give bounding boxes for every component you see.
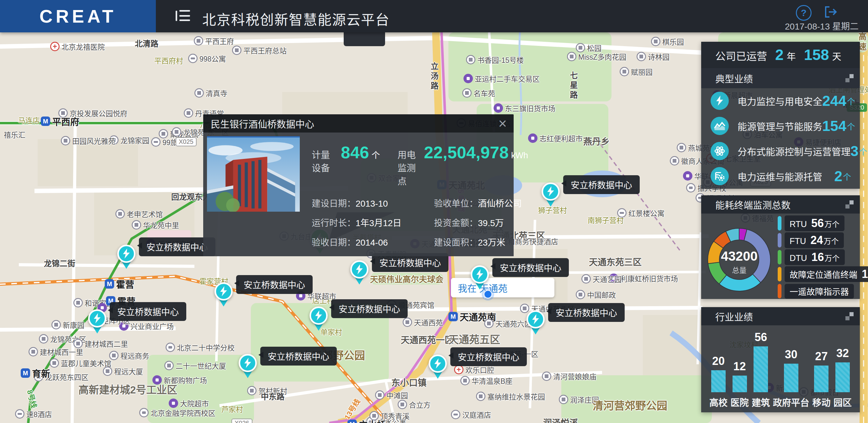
bar-category-label: 政府平台 xyxy=(773,395,809,408)
bar-column: 30政府平台 xyxy=(773,348,809,412)
building-photo xyxy=(207,136,300,212)
achievement-row[interactable]: 分布式能源控制与运营管理3个 xyxy=(701,139,860,164)
stat-label: 计量设备 xyxy=(312,148,335,174)
popup-detail: 建设面积：23万米 xyxy=(434,235,528,248)
achievements-title: 典型业绩 xyxy=(715,71,845,85)
stat-value: 22,504,978 xyxy=(424,143,508,162)
legend-pill: FTU24万个 xyxy=(784,232,844,248)
achievement-label: 能源管理与节能服务 xyxy=(738,119,822,133)
wave-icon xyxy=(711,117,729,135)
operating-years: 2 xyxy=(775,42,784,68)
bar-value: 27 xyxy=(815,350,828,363)
legend-color-bar xyxy=(778,284,781,298)
bar xyxy=(711,370,725,392)
achievement-count-unit: 个 xyxy=(859,145,867,157)
top-header: CREAT 北京科税创新智慧能源云平台 ? 2017-08-13 星期二 xyxy=(0,0,868,32)
bar xyxy=(753,346,768,392)
popup-stat-row: 计量设备846个用电监测点22,504,978kWh xyxy=(312,143,528,187)
bar-column: 56建筑 xyxy=(752,331,770,412)
help-icon[interactable]: ? xyxy=(796,5,811,21)
logout-icon[interactable] xyxy=(823,5,838,19)
logo: CREAT xyxy=(0,0,156,32)
popup-title: 民生银行酒仙桥数据中心 xyxy=(211,116,498,130)
terminal-panel-header: 能耗终端监测总数 xyxy=(701,195,860,214)
expand-icon[interactable] xyxy=(845,74,854,82)
legend-pill: 故障定位通信终端10万个 xyxy=(784,266,868,282)
bolt-icon xyxy=(711,92,729,110)
operating-years-unit: 年 xyxy=(787,44,796,70)
legend-color-bar xyxy=(778,233,781,248)
terminal-panel-title: 能耗终端监测总数 xyxy=(715,198,845,212)
expand-icon[interactable] xyxy=(845,312,854,320)
industry-panel-title: 行业业绩 xyxy=(715,309,845,323)
operating-days-unit: 天 xyxy=(832,44,841,70)
bar-column: 27移动 xyxy=(812,350,830,412)
bar-category-label: 园区 xyxy=(834,395,852,408)
donut-segment xyxy=(744,229,771,283)
achievement-row[interactable]: 电力运维与能源托管2个 xyxy=(701,164,860,189)
achievement-label: 电力运维与能源托管 xyxy=(738,169,834,183)
logo-text: CREAT xyxy=(39,6,116,27)
achievement-row[interactable]: 电力监控与用电安全244个 xyxy=(701,88,860,113)
terminal-panel: 能耗终端监测总数 43200 总量 RTU56万个FTU24万个DTU16万个故… xyxy=(701,195,860,299)
stat-unit: kWh xyxy=(511,151,528,161)
bar-value: 30 xyxy=(785,348,798,361)
legend-color-bar xyxy=(778,267,781,281)
achievement-count: 3 xyxy=(850,143,859,160)
achievement-count: 244 xyxy=(822,92,846,109)
popup-stats: 计量设备846个用电监测点22,504,978kWh 建设日期：2013-10验… xyxy=(300,136,528,248)
stat-value: 846 xyxy=(341,143,369,162)
bar-value: 20 xyxy=(712,355,725,368)
achievement-count-unit: 个 xyxy=(847,120,855,132)
bar-category-label: 建筑 xyxy=(752,395,770,408)
industry-bar-chart: 20高校12医院56建筑30政府平台27移动32园区 xyxy=(701,325,860,412)
bar xyxy=(814,366,829,392)
bar xyxy=(733,375,747,392)
legend-color-bar xyxy=(778,250,781,264)
popup-details: 建设日期：2013-10验收单位：酒仙桥公司运行时长：1年3月12日投资金额：3… xyxy=(312,197,528,248)
legend-row: RTU56万个 xyxy=(778,216,868,230)
company-operating-label: 公司已运营 xyxy=(715,43,767,70)
popup-detail: 验收单位：酒仙桥公司 xyxy=(434,197,528,209)
ops-icon xyxy=(711,167,729,185)
achievement-count-unit: 个 xyxy=(843,171,851,182)
achievement-count: 2 xyxy=(834,168,842,185)
popup-detail: 建设日期：2013-10 xyxy=(312,197,415,209)
donut-chart: 43200 总量 xyxy=(706,226,773,293)
bar xyxy=(835,362,850,392)
achievement-count-unit: 个 xyxy=(847,95,855,107)
bar-column: 32园区 xyxy=(834,347,852,412)
popup-detail: 运行时长：1年3月12日 xyxy=(312,216,415,229)
legend-pill: DTU16万个 xyxy=(784,249,845,265)
popup-stat: 计量设备846个 xyxy=(312,143,380,174)
legend-pill: RTU56万个 xyxy=(784,216,844,231)
bar-category-label: 移动 xyxy=(812,395,830,408)
bar-value: 32 xyxy=(836,347,849,360)
expand-icon[interactable] xyxy=(845,200,854,208)
operating-days: 158 xyxy=(804,42,829,68)
popup-stat: 用电监测点22,504,978kWh xyxy=(398,143,528,187)
page-title: 北京科税创新智慧能源云平台 xyxy=(202,9,390,29)
bar-category-label: 医院 xyxy=(731,395,749,408)
close-icon[interactable]: × xyxy=(498,116,507,131)
popup-body: 计量设备846个用电监测点22,504,978kWh 建设日期：2013-10验… xyxy=(203,133,514,256)
donut-legend: RTU56万个FTU24万个DTU16万个故障定位通信终端10万个一遥故障指示器 xyxy=(778,216,868,301)
achievement-row[interactable]: 能源管理与节能服务154个 xyxy=(701,113,860,139)
legend-row: 故障定位通信终端10万个 xyxy=(778,267,868,281)
atom-icon xyxy=(711,142,729,160)
bar-category-label: 高校 xyxy=(709,395,727,408)
achievement-label: 电力监控与用电安全 xyxy=(738,94,822,108)
menu-icon[interactable] xyxy=(176,10,190,22)
terminal-panel-body: 43200 总量 RTU56万个FTU24万个DTU16万个故障定位通信终端10… xyxy=(701,214,860,299)
bar xyxy=(784,364,798,392)
popup-header: 民生银行酒仙桥数据中心 × xyxy=(203,114,514,133)
bar-column: 20高校 xyxy=(709,355,727,412)
legend-pill: 一遥故障指示器 xyxy=(784,284,854,299)
achievements-list: 电力监控与用电安全244个能源管理与节能服务154个分布式能源控制与运营管理3个… xyxy=(701,88,860,189)
bar-value: 12 xyxy=(734,360,746,373)
achievements-header: 典型业绩 xyxy=(701,68,860,88)
legend-row: 一遥故障指示器 xyxy=(778,284,868,298)
legend-row: DTU16万个 xyxy=(778,250,868,264)
legend-row: FTU24万个 xyxy=(778,233,868,248)
achievement-count: 154 xyxy=(822,117,846,134)
